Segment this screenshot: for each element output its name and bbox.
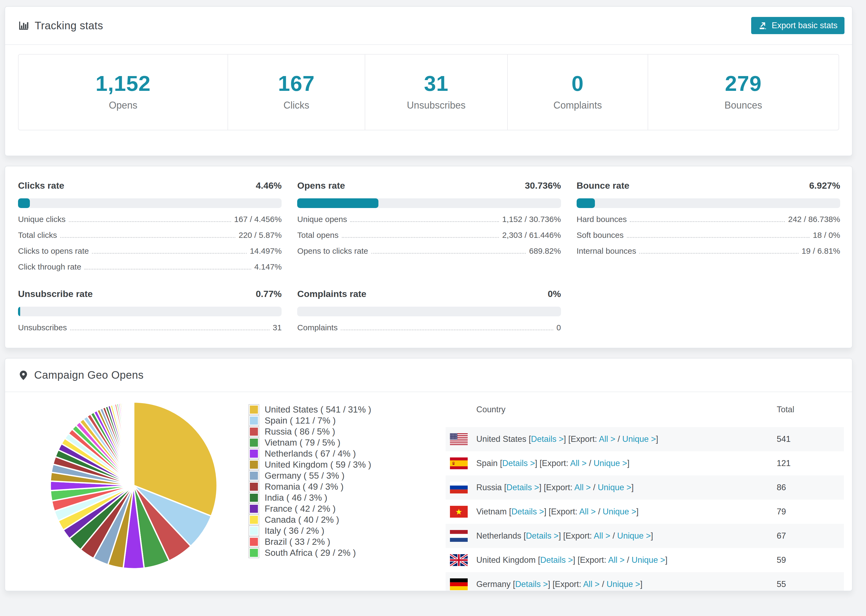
export-button-label: Export basic stats (772, 21, 838, 30)
total-cell: 541 (777, 434, 844, 444)
detail-label: Internal bounces (576, 247, 636, 256)
legend-item-south-africa[interactable]: South Africa ( 29 / 2% ) (249, 547, 371, 558)
stats-summary-row: 1,152Opens167Clicks31Unsubscribes0Compla… (18, 54, 839, 130)
geo-table-row-us: United States [Details >] [Export: All >… (446, 427, 844, 451)
export-all-link[interactable]: All > (599, 434, 615, 444)
dotted-leader (69, 221, 231, 222)
page: Tracking stats Export basic stats 1,152O… (0, 0, 866, 591)
export-unique-link[interactable]: Unique > (603, 507, 636, 516)
export-unique-link[interactable]: Unique > (598, 483, 631, 492)
rate-section-opens-rate: Opens rate30.736%Unique opens1,152 / 30.… (297, 180, 561, 272)
export-unique-link[interactable]: Unique > (631, 555, 665, 565)
export-unique-link[interactable]: Unique > (594, 459, 627, 468)
legend-item-united-states[interactable]: United States ( 541 / 31% ) (249, 404, 371, 415)
bracket: ] (636, 507, 639, 516)
detail-value: 31 (273, 323, 282, 332)
bracket: [ (538, 555, 540, 565)
bracket: ] [ (539, 483, 546, 492)
geo-opens-header: Campaign Geo Opens (5, 358, 852, 392)
country-name: Netherlands (476, 531, 524, 541)
country-name: Germany (476, 580, 513, 589)
legend-swatch (249, 448, 259, 459)
details-link[interactable]: Details > (540, 555, 573, 565)
rate-section-complaints-rate: Complaints rate0%Complaints0 (297, 289, 561, 332)
detail-value: 689.82% (529, 247, 561, 256)
legend-item-brazil[interactable]: Brazil ( 33 / 2% ) (249, 536, 371, 547)
rate-detail-row: Clicks to opens rate14.497% (18, 247, 282, 256)
geo-opens-title: Campaign Geo Opens (34, 369, 143, 381)
bracket: ] (656, 434, 658, 444)
export-unique-link[interactable]: Unique > (622, 434, 656, 444)
export-basic-stats-button[interactable]: Export basic stats (751, 17, 844, 34)
export-all-link[interactable]: All > (574, 483, 590, 492)
detail-value: 0 (556, 323, 561, 332)
export-unique-link[interactable]: Unique > (617, 531, 651, 541)
rate-detail-rows: Hard bounces242 / 86.738%Soft bounces18 … (576, 215, 840, 256)
export-all-link[interactable]: All > (594, 531, 610, 541)
slash: / (591, 483, 598, 492)
tracking-stats-title: Tracking stats (35, 20, 103, 32)
stat-value: 31 (365, 71, 507, 96)
flag-icon-es (450, 457, 468, 469)
rate-value: 4.46% (256, 180, 282, 191)
total-column-header: Total (777, 405, 844, 415)
legend-item-india[interactable]: India ( 46 / 3% ) (249, 492, 371, 503)
progress-bar (576, 198, 840, 208)
legend-item-germany[interactable]: Germany ( 55 / 3% ) (249, 470, 371, 481)
detail-value: 1,152 / 30.736% (502, 215, 561, 224)
legend-item-netherlands[interactable]: Netherlands ( 67 / 4% ) (249, 448, 371, 459)
details-link[interactable]: Details > (515, 580, 548, 589)
legend-swatch-color (250, 449, 258, 458)
rate-section-bounce-rate: Bounce rate6.927%Hard bounces242 / 86.73… (576, 180, 840, 272)
detail-value: 4.147% (254, 262, 282, 272)
legend-item-russia[interactable]: Russia ( 86 / 5% ) (249, 426, 371, 437)
details-link[interactable]: Details > (526, 531, 558, 541)
legend-item-canada[interactable]: Canada ( 40 / 2% ) (249, 514, 371, 525)
geo-pie-legend: United States ( 541 / 31% )Spain ( 121 /… (249, 404, 371, 558)
legend-swatch (249, 514, 259, 525)
progress-bar (18, 306, 282, 316)
legend-item-france[interactable]: France ( 42 / 2% ) (249, 503, 371, 514)
export-all-link[interactable]: All > (579, 507, 596, 516)
legend-swatch (249, 404, 259, 415)
legend-item-romania[interactable]: Romania ( 49 / 3% ) (249, 481, 371, 492)
legend-swatch (249, 437, 259, 448)
details-link[interactable]: Details > (511, 507, 544, 516)
details-link[interactable]: Details > (506, 483, 539, 492)
legend-swatch-color (250, 427, 258, 436)
rate-detail-rows: Unsubscribes31 (18, 323, 282, 332)
export-all-link[interactable]: All > (570, 459, 587, 468)
legend-item-italy[interactable]: Italy ( 36 / 2% ) (249, 525, 371, 536)
export-prefix: Export: (546, 483, 574, 492)
bracket: ] [ (573, 555, 580, 565)
legend-swatch-color (250, 538, 258, 546)
rate-detail-row: Soft bounces18 / 0% (576, 231, 840, 240)
details-link[interactable]: Details > (502, 459, 535, 468)
export-all-link[interactable]: All > (608, 555, 625, 565)
legend-label: United States ( 541 / 31% ) (265, 404, 371, 415)
legend-item-vietnam[interactable]: Vietnam ( 79 / 5% ) (249, 437, 371, 448)
geo-table-header-row: Country Total (446, 392, 844, 427)
export-prefix: Export: (571, 434, 599, 444)
bracket: [ (504, 483, 506, 492)
legend-swatch (249, 503, 259, 514)
detail-value: 220 / 5.87% (239, 231, 282, 240)
legend-swatch-color (250, 472, 258, 480)
tracking-stats-card: Tracking stats Export basic stats 1,152O… (5, 6, 853, 156)
detail-label: Soft bounces (576, 231, 624, 240)
legend-item-united-kingdom[interactable]: United Kingdom ( 59 / 3% ) (249, 459, 371, 470)
geo-table-row-es: Spain [Details >] [Export: All > / Uniqu… (446, 451, 844, 475)
details-link[interactable]: Details > (531, 434, 564, 444)
rate-value: 0% (548, 289, 561, 299)
bracket: [ (500, 459, 502, 468)
flag-icon-ru (450, 482, 468, 493)
bracket: ] [ (548, 580, 555, 589)
geo-opens-card: Campaign Geo Opens United States ( 541 /… (5, 358, 853, 591)
detail-label: Unsubscribes (18, 323, 67, 332)
export-unique-link[interactable]: Unique > (606, 580, 640, 589)
bracket: ] (640, 580, 642, 589)
export-all-link[interactable]: All > (583, 580, 600, 589)
legend-swatch (249, 536, 259, 547)
legend-swatch-color (250, 494, 258, 502)
legend-item-spain[interactable]: Spain ( 121 / 7% ) (249, 415, 371, 426)
